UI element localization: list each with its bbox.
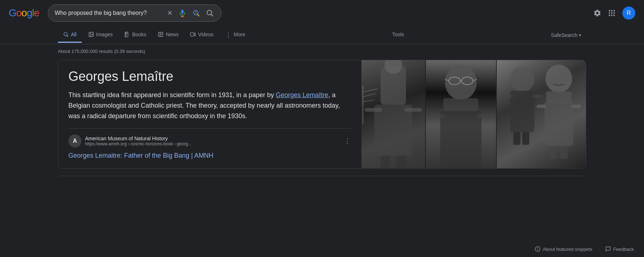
snippet-result-link[interactable]: Georges Lemaitre: Father of the Big Bang… xyxy=(68,152,351,159)
svg-rect-47 xyxy=(440,111,482,168)
snippet-body: This startling idea first appeared in sc… xyxy=(68,90,351,121)
snippet-title: Georges Lemaître xyxy=(68,69,351,84)
search-bar: Who proposed the big bang theory? ✕ xyxy=(48,4,221,22)
svg-rect-49 xyxy=(477,114,490,118)
nav-videos[interactable]: Videos xyxy=(185,27,219,43)
svg-point-56 xyxy=(545,65,572,92)
nav-bar: All Images Books News Videos xyxy=(0,26,644,44)
snippet-image-3[interactable] xyxy=(497,60,586,168)
svg-rect-31 xyxy=(374,105,412,156)
results-count: About 175,000,000 results (0.39 seconds) xyxy=(58,49,586,54)
google-logo[interactable]: Google xyxy=(9,7,39,19)
person-silhouette-1 xyxy=(361,60,425,168)
nav-news[interactable]: News xyxy=(153,27,183,43)
svg-line-37 xyxy=(363,89,377,92)
svg-rect-15 xyxy=(611,15,613,16)
snippet-image-1[interactable] xyxy=(361,60,425,168)
main-content: About 175,000,000 results (0.39 seconds)… xyxy=(0,44,644,176)
search-icon xyxy=(206,9,214,17)
svg-rect-51 xyxy=(510,91,534,132)
nav-tools[interactable]: Tools xyxy=(387,27,409,43)
header-right: R xyxy=(593,7,635,20)
grid-icon xyxy=(608,9,616,17)
search-input[interactable]: Who proposed the big bang theory? xyxy=(55,10,163,16)
nav-images-label: Images xyxy=(96,32,113,37)
svg-rect-53 xyxy=(532,95,543,98)
lens-icon xyxy=(192,9,200,17)
svg-rect-36 xyxy=(362,86,364,124)
footer-separator: · xyxy=(598,246,599,252)
svg-rect-34 xyxy=(381,156,390,168)
svg-rect-61 xyxy=(548,146,556,159)
svg-rect-21 xyxy=(125,32,128,37)
svg-rect-52 xyxy=(501,95,512,98)
svg-line-7 xyxy=(211,14,213,16)
footer-bar: About featured snippets · Feedback xyxy=(525,241,644,257)
nav-more-label: More xyxy=(234,32,245,37)
feedback-label: Feedback xyxy=(613,246,634,252)
clear-button[interactable]: ✕ xyxy=(166,8,173,18)
person-silhouette-3 xyxy=(497,60,586,168)
svg-rect-13 xyxy=(614,12,615,14)
chevron-down-icon: ▾ xyxy=(579,33,581,38)
source-avatar: A xyxy=(68,134,81,148)
svg-point-4 xyxy=(195,11,197,13)
nav-news-label: News xyxy=(166,32,178,37)
source-url: https://www.amnh.org › cosmic-horizons-b… xyxy=(85,141,340,146)
person-silhouette-2 xyxy=(426,60,496,168)
books-icon xyxy=(124,32,130,37)
svg-rect-46 xyxy=(444,98,479,111)
svg-rect-58 xyxy=(545,101,573,146)
svg-line-38 xyxy=(363,94,376,97)
search-button[interactable] xyxy=(205,8,215,18)
nav-images[interactable]: Images xyxy=(83,27,118,43)
snippet-inline-link[interactable]: Georges Lemaître xyxy=(276,91,328,99)
svg-rect-16 xyxy=(614,15,615,16)
svg-rect-8 xyxy=(609,10,610,12)
svg-rect-12 xyxy=(611,12,613,14)
svg-rect-48 xyxy=(432,114,445,118)
nav-books-label: Books xyxy=(132,32,146,37)
lens-search-button[interactable] xyxy=(191,8,201,18)
snippet-body-part1: This startling idea first appeared in sc… xyxy=(68,91,276,99)
safesearch-dropdown[interactable]: SafeSearch ▾ xyxy=(546,28,586,42)
nav-all[interactable]: All xyxy=(58,27,82,43)
svg-rect-57 xyxy=(546,91,571,103)
more-dots-icon: ⋮ xyxy=(225,30,232,38)
videos-icon xyxy=(190,32,196,37)
voice-search-button[interactable] xyxy=(178,8,187,18)
svg-rect-62 xyxy=(560,146,568,159)
source-more-button[interactable]: ⋮ xyxy=(343,136,351,146)
svg-line-39 xyxy=(363,100,374,101)
feedback-icon xyxy=(605,246,611,252)
more-options-icon: ⋮ xyxy=(344,137,351,145)
feedback-link[interactable]: Feedback xyxy=(605,246,634,252)
apps-button[interactable] xyxy=(608,9,616,17)
source-info: American Museum of Natural History https… xyxy=(85,136,340,146)
images-icon xyxy=(88,32,94,37)
all-icon xyxy=(63,32,69,37)
svg-rect-11 xyxy=(609,12,610,14)
avatar[interactable]: R xyxy=(622,7,635,20)
nav-more[interactable]: ⋮ More xyxy=(220,26,250,44)
about-snippets-link[interactable]: About featured snippets xyxy=(535,246,592,252)
nav-books[interactable]: Books xyxy=(119,27,151,43)
svg-rect-14 xyxy=(609,15,610,16)
safesearch-label: SafeSearch xyxy=(551,32,577,38)
snippet-text-panel: Georges Lemaître This startling idea fir… xyxy=(58,60,361,168)
svg-rect-60 xyxy=(571,105,581,108)
nav-all-label: All xyxy=(71,32,77,37)
svg-point-50 xyxy=(510,67,534,92)
svg-rect-55 xyxy=(522,132,529,145)
close-icon: ✕ xyxy=(167,9,173,17)
snippet-image-2[interactable] xyxy=(425,60,497,168)
header: Google Who proposed the big bang theory?… xyxy=(0,0,644,26)
source-name: American Museum of Natural History xyxy=(85,136,340,141)
snippet-source: A American Museum of Natural History htt… xyxy=(68,128,351,148)
settings-button[interactable] xyxy=(593,9,601,17)
nav-tools-label: Tools xyxy=(392,32,404,37)
svg-rect-0 xyxy=(182,10,184,14)
mic-icon xyxy=(178,9,186,17)
source-avatar-letter: A xyxy=(73,138,77,144)
svg-rect-32 xyxy=(365,108,382,112)
